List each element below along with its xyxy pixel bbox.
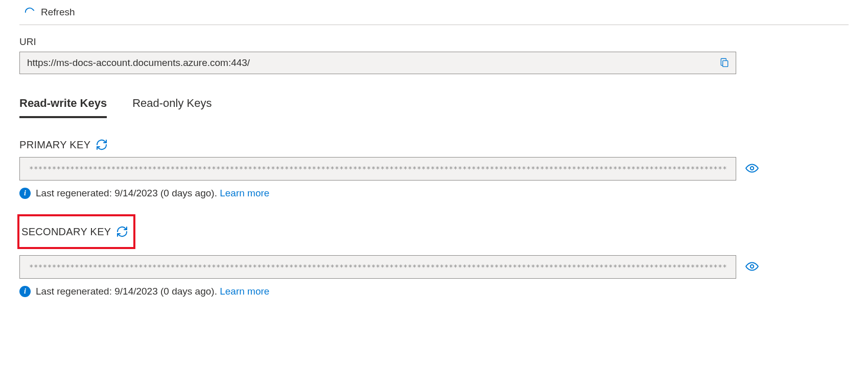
main-section: URI Read-write Keys Read-only Keys PRIMA…	[0, 36, 868, 297]
uri-input[interactable]	[20, 52, 713, 74]
svg-point-2	[750, 264, 754, 268]
tabs: Read-write Keys Read-only Keys	[19, 94, 849, 118]
show-primary-key-button[interactable]	[743, 160, 761, 178]
secondary-key-block: SECONDARY KEY **************************…	[19, 214, 849, 297]
secondary-key-label: SECONDARY KEY	[21, 226, 111, 238]
regenerate-primary-key-button[interactable]	[96, 139, 108, 151]
secondary-key-learn-more-link[interactable]: Learn more	[220, 286, 269, 297]
secondary-key-value: ****************************************…	[29, 263, 726, 271]
primary-key-label-row: PRIMARY KEY	[19, 139, 849, 151]
primary-key-info: i Last regenerated: 9/14/2023 (0 days ag…	[19, 188, 849, 199]
tab-read-write-keys[interactable]: Read-write Keys	[19, 94, 107, 118]
svg-rect-0	[723, 60, 728, 66]
refresh-icon	[24, 6, 36, 18]
refresh-button[interactable]: Refresh	[19, 4, 79, 20]
toolbar: Refresh	[0, 0, 868, 24]
secondary-key-input[interactable]: ****************************************…	[19, 255, 736, 279]
tab-read-only-keys[interactable]: Read-only Keys	[132, 94, 212, 118]
uri-field-group	[19, 52, 736, 74]
primary-key-value: ****************************************…	[29, 165, 726, 173]
secondary-key-row: ****************************************…	[19, 255, 849, 279]
primary-key-input[interactable]: ****************************************…	[19, 157, 736, 181]
eye-icon	[745, 260, 759, 275]
primary-key-label: PRIMARY KEY	[19, 139, 90, 151]
copy-uri-button[interactable]	[713, 52, 736, 74]
primary-key-info-text: Last regenerated: 9/14/2023 (0 days ago)…	[36, 188, 220, 198]
primary-key-learn-more-link[interactable]: Learn more	[220, 188, 269, 198]
copy-icon	[719, 57, 730, 69]
info-icon: i	[19, 286, 31, 297]
info-icon: i	[19, 188, 31, 199]
primary-key-row: ****************************************…	[19, 157, 849, 181]
secondary-key-highlight: SECONDARY KEY	[17, 214, 135, 249]
eye-icon	[745, 162, 759, 176]
regenerate-secondary-key-button[interactable]	[116, 226, 128, 238]
secondary-key-info: i Last regenerated: 9/14/2023 (0 days ag…	[19, 286, 849, 297]
secondary-key-info-text: Last regenerated: 9/14/2023 (0 days ago)…	[36, 286, 220, 297]
secondary-key-label-row: SECONDARY KEY	[19, 226, 128, 238]
refresh-label: Refresh	[41, 7, 75, 18]
svg-point-1	[750, 166, 754, 170]
primary-key-block: PRIMARY KEY ****************************…	[19, 139, 849, 199]
uri-label: URI	[19, 36, 849, 48]
show-secondary-key-button[interactable]	[743, 258, 761, 277]
toolbar-divider	[19, 25, 849, 25]
